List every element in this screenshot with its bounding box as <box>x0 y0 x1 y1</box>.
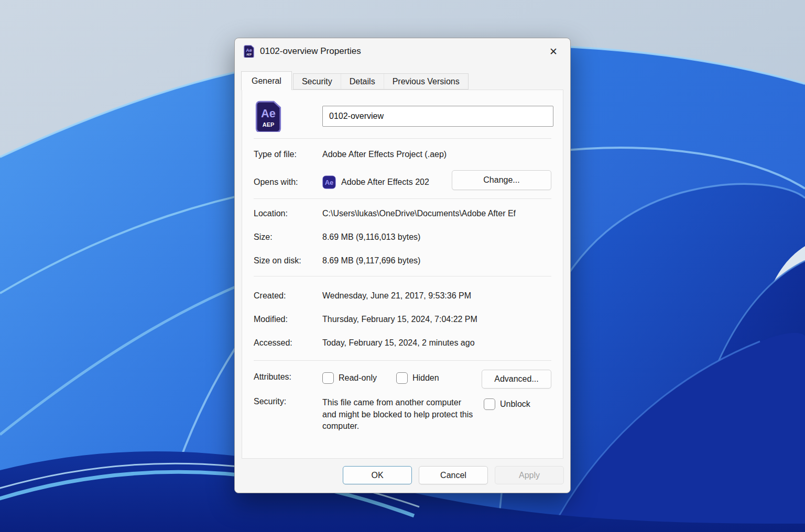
after-effects-app-icon: Ae <box>322 175 336 189</box>
opens-with-value: Adobe After Effects 202 <box>341 178 429 187</box>
divider <box>254 138 551 139</box>
tab-group: Security Details Previous Versions <box>293 73 469 90</box>
security-row: Security: This file came from another co… <box>254 397 551 433</box>
apply-button[interactable]: Apply <box>495 466 564 484</box>
security-label: Security: <box>254 397 322 406</box>
hidden-checkbox[interactable] <box>396 372 408 384</box>
attributes-label: Attributes: <box>254 372 322 382</box>
svg-text:AEP: AEP <box>263 121 274 128</box>
size-on-disk-row: Size on disk: 8.69 MB (9,117,696 bytes) <box>254 256 551 265</box>
opens-with-row: Opens with: Ae Adobe After Effects 202 C… <box>254 175 551 189</box>
unblock-label: Unblock <box>500 400 530 409</box>
properties-dialog: Ae AEP 0102-overview Properties ✕ Genera… <box>234 38 571 493</box>
type-of-file-label: Type of file: <box>254 150 322 159</box>
divider <box>254 360 551 361</box>
size-value: 8.69 MB (9,116,013 bytes) <box>322 232 420 242</box>
created-value: Wednesday, June 21, 2017, 9:53:36 PM <box>322 291 471 301</box>
modified-label: Modified: <box>254 315 322 324</box>
aep-file-icon-small: Ae AEP <box>243 45 255 58</box>
created-label: Created: <box>254 291 322 301</box>
security-text: This file came from another computer and… <box>322 397 477 433</box>
aep-file-icon-large: Ae AEP <box>255 101 282 134</box>
divider <box>254 276 551 276</box>
size-on-disk-value: 8.69 MB (9,117,696 bytes) <box>322 256 420 265</box>
location-row: Location: C:\Users\lukas\OneDrive\Docume… <box>254 209 551 218</box>
svg-text:AEP: AEP <box>246 53 251 56</box>
desktop: Ae AEP 0102-overview Properties ✕ Genera… <box>0 0 805 532</box>
location-label: Location: <box>254 209 322 218</box>
attributes-row: Attributes: Read-only Hidden Advanced... <box>254 372 551 384</box>
read-only-checkbox[interactable] <box>322 372 334 384</box>
type-of-file-value: Adobe After Effects Project (.aep) <box>322 150 447 159</box>
hidden-label: Hidden <box>412 373 439 383</box>
opens-with-label: Opens with: <box>254 178 322 187</box>
titlebar[interactable]: Ae AEP 0102-overview Properties ✕ <box>235 38 570 64</box>
unblock-checkbox-item: Unblock <box>484 398 530 410</box>
accessed-label: Accessed: <box>254 338 322 348</box>
tab-strip: General Security Details Previous Versio… <box>241 71 469 90</box>
accessed-row: Accessed: Today, February 15, 2024, 2 mi… <box>254 338 551 348</box>
tab-security[interactable]: Security <box>293 74 341 89</box>
tab-general[interactable]: General <box>241 71 292 90</box>
svg-text:Ae: Ae <box>261 107 276 120</box>
modified-row: Modified: Thursday, February 15, 2024, 7… <box>254 315 551 324</box>
type-of-file-row: Type of file: Adobe After Effects Projec… <box>254 150 551 159</box>
accessed-value: Today, February 15, 2024, 2 minutes ago <box>322 338 475 348</box>
general-tab-page: Ae AEP Type of file: Adobe After Effects… <box>242 90 563 459</box>
size-label: Size: <box>254 232 322 242</box>
cancel-button[interactable]: Cancel <box>419 466 488 484</box>
unblock-checkbox[interactable] <box>484 398 495 410</box>
size-row: Size: 8.69 MB (9,116,013 bytes) <box>254 232 551 242</box>
read-only-checkbox-item: Read-only <box>322 372 377 384</box>
svg-text:Ae: Ae <box>246 48 252 53</box>
size-on-disk-label: Size on disk: <box>254 256 322 265</box>
location-value: C:\Users\lukas\OneDrive\Documents\Adobe … <box>322 209 516 218</box>
svg-text:Ae: Ae <box>325 179 334 186</box>
advanced-button[interactable]: Advanced... <box>482 370 551 389</box>
close-icon[interactable]: ✕ <box>544 43 563 60</box>
dialog-footer: OK Cancel Apply <box>235 458 570 493</box>
change-button[interactable]: Change... <box>452 170 551 190</box>
created-row: Created: Wednesday, June 21, 2017, 9:53:… <box>254 291 551 301</box>
read-only-label: Read-only <box>339 373 377 383</box>
hidden-checkbox-item: Hidden <box>396 372 439 384</box>
divider <box>254 198 551 199</box>
dialog-title: 0102-overview Properties <box>260 46 361 57</box>
tab-previous-versions[interactable]: Previous Versions <box>384 74 468 89</box>
modified-value: Thursday, February 15, 2024, 7:04:22 PM <box>322 315 477 324</box>
tab-details[interactable]: Details <box>341 74 384 89</box>
ok-button[interactable]: OK <box>343 466 412 484</box>
filename-input[interactable] <box>322 106 553 127</box>
